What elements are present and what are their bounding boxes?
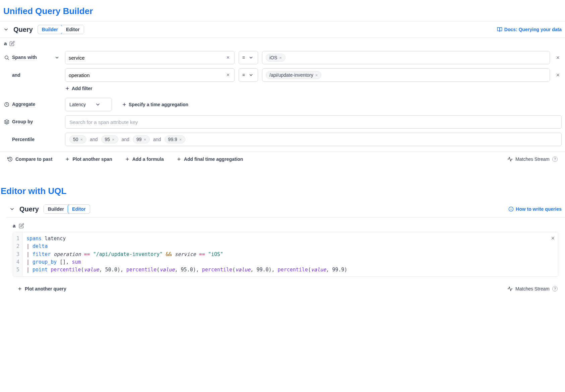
plot-query-label: Plot another query <box>25 286 66 291</box>
percentile-field[interactable]: 50 × and 95 × and 99 × and 99.9 × <box>65 133 562 146</box>
specify-time-aggregation-button[interactable]: Specify a time aggregation <box>122 102 188 107</box>
close-icon[interactable]: × <box>551 235 555 242</box>
specify-time-label: Specify a time aggregation <box>129 102 188 107</box>
operator-value: = <box>242 55 245 60</box>
tab-builder[interactable]: Builder <box>44 205 68 213</box>
operator-select[interactable]: = <box>239 68 258 82</box>
add-filter-button[interactable]: Add filter <box>65 86 562 91</box>
layers-icon <box>4 119 9 125</box>
query-footer: Compare to past Plot another span Add a … <box>0 151 565 167</box>
chevron-down-icon[interactable] <box>54 55 60 60</box>
groupby-input[interactable] <box>65 115 562 129</box>
edit-icon[interactable] <box>9 41 15 46</box>
spans-with-label: Spans with <box>12 55 37 61</box>
matches-stream-button[interactable]: Matches Stream ? <box>507 156 558 162</box>
clear-icon[interactable]: × <box>225 72 231 78</box>
matches-stream-label: Matches Stream <box>515 286 550 291</box>
svg-point-0 <box>5 56 8 59</box>
percentile-chip[interactable]: 95 × <box>101 135 118 143</box>
clear-icon[interactable]: × <box>225 55 231 61</box>
close-icon[interactable]: × <box>112 137 115 142</box>
activity-icon <box>507 156 513 162</box>
percentile-chip[interactable]: 99.9 × <box>165 135 186 143</box>
help-icon[interactable]: ? <box>552 286 558 291</box>
plot-span-label: Plot another span <box>72 156 112 162</box>
percentile-row: Percentile 50 × and 95 × and 99 × and 99… <box>3 133 562 146</box>
tab-editor[interactable]: Editor <box>68 204 90 214</box>
close-icon[interactable]: × <box>315 73 318 78</box>
filter-value-chip[interactable]: iOS × <box>266 54 286 62</box>
compare-label: Compare to past <box>15 156 52 162</box>
chip-label: 99 <box>136 137 142 142</box>
plus-icon <box>65 86 70 91</box>
plus-icon <box>125 157 130 161</box>
add-filter-label: Add filter <box>72 86 92 91</box>
filter-row: and × = /api/update-inventory × × <box>3 68 562 82</box>
query-letter: a <box>13 223 15 228</box>
filter-row: Spans with × = iOS × × <box>3 51 562 64</box>
operator-select[interactable]: = <box>239 51 258 64</box>
and-text: and <box>153 137 161 142</box>
chevron-down-icon[interactable] <box>3 27 9 32</box>
chevron-down-icon[interactable] <box>9 206 15 212</box>
plus-icon <box>65 157 70 161</box>
aggregate-value: Latency <box>69 102 86 107</box>
remove-filter-icon[interactable]: × <box>554 54 562 61</box>
remove-filter-icon[interactable]: × <box>554 72 562 79</box>
help-link[interactable]: How to write queries <box>508 206 562 212</box>
tab-builder[interactable]: Builder <box>38 25 62 34</box>
filter-attribute-field[interactable] <box>69 55 225 61</box>
chip-label: 99.9 <box>168 137 177 142</box>
editor-header: Query Builder Editor How to write querie… <box>6 201 565 217</box>
close-icon[interactable]: × <box>179 137 182 142</box>
section-title-editor: Editor with UQL <box>0 180 565 201</box>
add-formula-label: Add a formula <box>132 156 164 162</box>
editor-footer: Plot another query Matches Stream? <box>6 277 565 296</box>
activity-icon <box>507 286 513 291</box>
help-icon[interactable]: ? <box>552 156 558 162</box>
filter-value-chip[interactable]: /api/update-inventory × <box>266 71 321 79</box>
chip-label: iOS <box>269 55 277 60</box>
filter-value-field[interactable]: /api/update-inventory × <box>262 68 550 82</box>
edit-icon[interactable] <box>19 223 24 228</box>
tab-editor[interactable]: Editor <box>62 25 83 34</box>
aggregate-select[interactable]: Latency <box>65 98 112 111</box>
search-icon <box>4 55 9 60</box>
add-formula-button[interactable]: Add a formula <box>125 156 164 162</box>
add-final-aggregation-button[interactable]: Add final time aggregation <box>177 156 243 162</box>
tab-group: Builder Editor <box>38 25 84 34</box>
query-letter: a <box>4 41 7 46</box>
plot-another-query-button[interactable]: Plot another query <box>17 286 66 291</box>
help-link-text: How to write queries <box>516 206 562 212</box>
matches-stream-button[interactable]: Matches Stream? <box>507 286 558 291</box>
plus-icon <box>177 157 181 161</box>
chevron-down-icon <box>95 102 101 107</box>
operator-value: = <box>242 72 245 78</box>
close-icon[interactable]: × <box>80 137 83 142</box>
percentile-label: Percentile <box>12 137 35 142</box>
filter-attribute-field[interactable] <box>69 72 225 78</box>
plot-another-span-button[interactable]: Plot another span <box>65 156 112 162</box>
groupby-field[interactable] <box>69 119 557 125</box>
clock-icon <box>4 102 9 107</box>
docs-link[interactable]: Docs: Querying your data <box>497 27 562 32</box>
and-label: and <box>12 72 20 78</box>
plus-icon <box>17 286 22 291</box>
filter-attribute-input[interactable]: × <box>65 51 235 64</box>
aggregate-label: Aggregate <box>12 102 35 108</box>
percentile-chip[interactable]: 50 × <box>69 135 86 143</box>
docs-link-text: Docs: Querying your data <box>504 27 562 32</box>
percentile-chip[interactable]: 99 × <box>133 135 150 143</box>
and-text: and <box>122 137 129 142</box>
groupby-label: Group by <box>12 119 33 125</box>
close-icon[interactable]: × <box>144 137 146 142</box>
code-content[interactable]: spans latency | delta | filter operation… <box>22 232 558 276</box>
filter-attribute-input[interactable]: × <box>65 68 235 82</box>
plus-icon <box>122 102 127 107</box>
and-text: and <box>90 137 98 142</box>
close-icon[interactable]: × <box>279 55 282 60</box>
query-label: Query <box>19 205 39 213</box>
filter-value-field[interactable]: iOS × <box>262 51 550 64</box>
code-editor[interactable]: 12345 spans latency | delta | filter ope… <box>13 232 558 277</box>
compare-to-past-button[interactable]: Compare to past <box>7 156 52 162</box>
